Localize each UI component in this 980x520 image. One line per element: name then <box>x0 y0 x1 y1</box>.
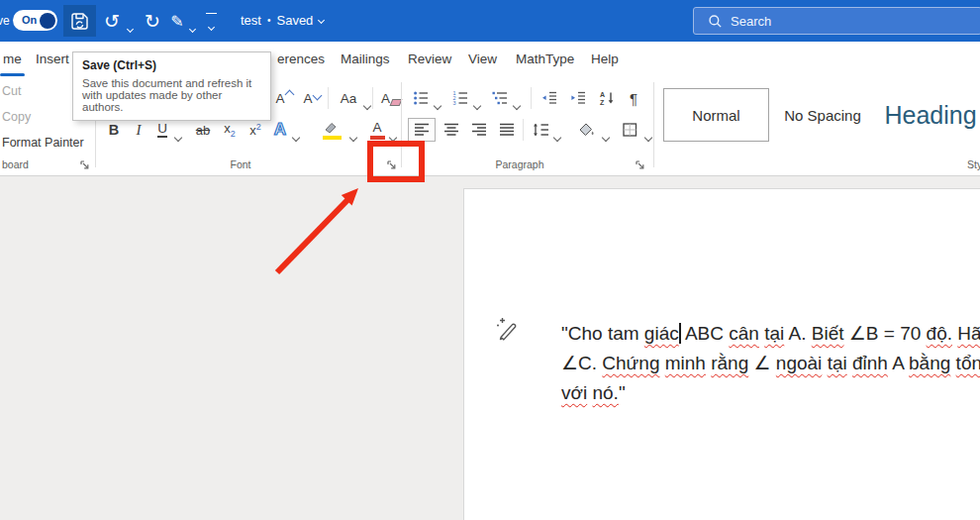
borders-button[interactable] <box>618 118 641 142</box>
chevron-down-icon <box>208 24 215 31</box>
doc-text-run: A <box>888 353 909 373</box>
style-normal[interactable]: Normal <box>663 88 769 142</box>
tab-help[interactable]: Help <box>591 52 619 66</box>
text-effects-button[interactable]: A <box>269 118 291 142</box>
sort-az-icon: AZ <box>599 90 615 106</box>
numbered-list-icon: 123 <box>452 90 468 106</box>
tab-references[interactable]: erences <box>277 52 325 66</box>
align-left-icon <box>414 123 430 137</box>
align-left-button[interactable] <box>408 118 436 142</box>
tab-view[interactable]: View <box>468 52 497 66</box>
shading-button[interactable] <box>574 118 598 142</box>
bullets-dropdown[interactable] <box>435 95 441 113</box>
copilot-pencil-icon[interactable] <box>494 316 520 344</box>
text-effects-icon: A <box>274 120 286 140</box>
doc-text-run: ABC <box>681 323 730 344</box>
underline-dropdown[interactable] <box>175 127 181 145</box>
button-separator <box>328 87 329 109</box>
misspelled-word: nó. <box>592 382 618 403</box>
search-input[interactable]: Search <box>693 7 980 35</box>
shrink-font-button[interactable]: A <box>299 86 325 110</box>
tab-mathtype[interactable]: MathType <box>516 52 574 66</box>
line-spacing-icon <box>533 122 549 138</box>
increase-indent-button[interactable] <box>566 86 590 110</box>
style-heading-label: Heading <box>884 101 976 130</box>
tab-review[interactable]: Review <box>408 52 451 66</box>
numbering-dropdown[interactable] <box>474 95 480 113</box>
change-case-button[interactable]: Aa <box>334 86 363 110</box>
strikethrough-button[interactable]: ab <box>190 118 216 142</box>
word-window: ve On ↺ ↻ ✎ <box>0 0 980 520</box>
borders-dropdown[interactable] <box>645 127 651 145</box>
tab-mailings[interactable]: Mailings <box>341 52 390 66</box>
paragraph-dialog-launcher[interactable] <box>635 156 647 169</box>
underline-button[interactable]: U <box>152 118 172 142</box>
undo-icon: ↺ <box>104 10 120 33</box>
numbering-button[interactable]: 123 <box>449 86 471 110</box>
align-right-button[interactable] <box>467 118 491 142</box>
subscript-button[interactable]: x2 <box>218 118 242 142</box>
decrease-indent-button[interactable] <box>538 86 561 110</box>
redo-button[interactable]: ↻ <box>141 8 164 34</box>
tab-home[interactable]: me <box>3 52 22 66</box>
search-icon <box>708 14 723 29</box>
superscript-button[interactable]: x2 <box>244 118 267 142</box>
justify-button[interactable] <box>495 118 519 142</box>
search-placeholder: Search <box>731 14 771 29</box>
paint-bucket-icon <box>578 122 595 138</box>
undo-button[interactable]: ↺ <box>100 8 124 34</box>
align-center-button[interactable] <box>440 118 463 142</box>
misspelled-word: rằng <box>711 353 748 373</box>
button-separator <box>531 87 532 109</box>
decrease-indent-icon <box>541 90 557 106</box>
line-spacing-dropdown[interactable] <box>554 127 560 145</box>
draw-mode-button[interactable]: ✎ <box>165 8 189 34</box>
autosave-toggle[interactable]: On <box>13 10 57 31</box>
grow-font-label: A <box>275 91 284 106</box>
draw-mode-dropdown[interactable] <box>190 18 195 36</box>
sort-button[interactable]: AZ <box>595 86 619 110</box>
clipboard-dialog-launcher[interactable] <box>79 156 92 169</box>
document-line[interactable]: "Cho tam giác ABC cân tại A. Biết ∠B = 7… <box>561 319 980 349</box>
chevron-down-icon <box>292 134 300 142</box>
misspelled-word: với <box>561 382 587 403</box>
text-highlight-dropdown[interactable] <box>350 127 356 145</box>
line-spacing-button[interactable] <box>529 118 552 142</box>
save-button[interactable] <box>63 5 96 37</box>
text-effects-dropdown[interactable] <box>293 127 299 145</box>
misspelled-word: Chứng <box>602 353 659 373</box>
document-line[interactable]: với nó." <box>561 378 980 408</box>
italic-button[interactable]: I <box>129 118 148 142</box>
copy-button[interactable]: Copy <box>2 110 31 124</box>
document-title-text: test <box>241 13 261 28</box>
paragraph-group-label: Paragraph <box>455 158 584 170</box>
title-bar: ve On ↺ ↻ ✎ <box>0 0 980 42</box>
save-icon <box>70 12 89 31</box>
document-line[interactable]: ∠C. Chứng minh rằng ∠ ngoài tại đỉnh A b… <box>561 349 980 378</box>
quick-access-toolbar-button[interactable] <box>205 13 218 34</box>
increase-indent-icon <box>570 90 586 106</box>
bold-button[interactable]: B <box>103 118 125 142</box>
document-text[interactable]: "Cho tam giác ABC cân tại A. Biết ∠B = 7… <box>561 319 980 408</box>
show-hide-marks-button[interactable]: ¶ <box>624 86 643 110</box>
style-heading[interactable]: Heading <box>876 88 980 142</box>
multilevel-dropdown[interactable] <box>514 95 520 113</box>
cut-button[interactable]: Cut <box>2 84 21 98</box>
text-highlight-button[interactable] <box>319 118 344 142</box>
doc-text-run: A. <box>784 323 811 344</box>
style-no-spacing[interactable]: No Spacing <box>771 88 874 142</box>
grow-font-button[interactable]: A <box>271 86 297 110</box>
bullets-button[interactable] <box>410 86 432 110</box>
document-title[interactable]: test • Saved <box>241 13 324 28</box>
shading-dropdown[interactable] <box>603 127 609 145</box>
undo-dropdown[interactable] <box>128 18 133 36</box>
chevron-down-icon <box>174 134 182 142</box>
change-case-dropdown[interactable] <box>364 95 370 113</box>
svg-text:A: A <box>600 91 605 98</box>
format-painter-button[interactable]: Format Painter <box>2 136 84 150</box>
caret-up-icon <box>284 89 294 99</box>
pilcrow-icon: ¶ <box>630 90 637 107</box>
multilevel-list-button[interactable] <box>489 86 511 110</box>
tab-insert[interactable]: Insert <box>36 52 69 66</box>
font-color-button[interactable]: A <box>366 118 388 142</box>
